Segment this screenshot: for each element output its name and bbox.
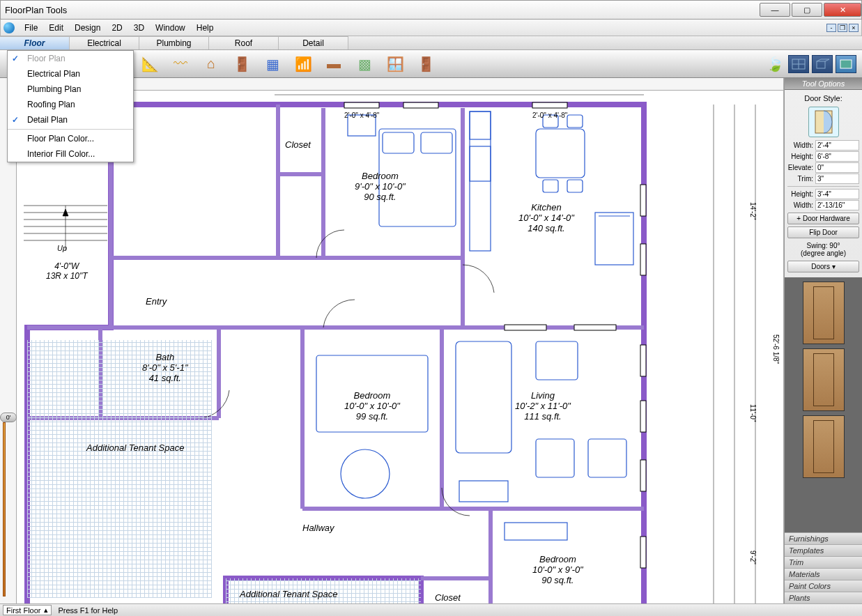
menu-file[interactable]: File (19, 23, 43, 33)
svg-rect-33 (640, 401, 646, 432)
svg-rect-61 (536, 341, 578, 380)
view-3d-icon[interactable] (812, 55, 833, 73)
wall-tool-icon[interactable]: 📐 (139, 54, 160, 75)
curtain-tool-icon[interactable]: 🪟 (385, 54, 406, 75)
tab-roof[interactable]: Roof (209, 36, 279, 49)
swing-label: Swing: 90°(degree angle) (787, 240, 859, 259)
svg-rect-32 (640, 345, 646, 376)
svg-rect-58 (595, 213, 633, 265)
tab-row: Floor Electrical Plumbing Roof Detail (0, 36, 862, 50)
mdi-close-icon[interactable]: × (849, 24, 859, 32)
svg-rect-52 (470, 146, 491, 181)
dim-win-top2: 2'-0" x 4'-8" (532, 111, 567, 119)
label-bedroom2: Bedroom10'-0" x 10'-0"99 sq.ft. (344, 390, 400, 422)
label-living: Living10'-2" x 11'-0"111 sq.ft. (515, 390, 571, 422)
menu-item-floor-plan-color[interactable]: Floor Plan Color... (8, 131, 133, 146)
app-icon (3, 22, 15, 33)
cat-paint-colors[interactable]: Paint Colors (785, 580, 862, 592)
window-title: FloorPlan Tools (5, 5, 67, 15)
label-entry: Entry (146, 296, 167, 307)
window-tool-icon[interactable]: ▦ (262, 54, 283, 75)
svg-rect-3 (817, 61, 825, 68)
flip-door-button[interactable]: Flip Door (787, 226, 859, 238)
prop-width[interactable]: 2'-4" (815, 140, 859, 151)
svg-rect-37 (574, 325, 616, 330)
label-closet2: Closet (435, 592, 461, 603)
menu-item-detail-plan[interactable]: ✓Detail Plan (8, 112, 133, 128)
door-style-preview[interactable] (808, 107, 839, 137)
statusbar: First Floor▴ Press F1 for Help (0, 603, 862, 616)
label-bedroom1: Bedroom9'-0" x 10'-0"90 sq.ft. (355, 171, 406, 202)
menu-help[interactable]: Help (191, 23, 220, 33)
svg-rect-35 (640, 537, 646, 568)
minimize-button[interactable]: — (760, 3, 790, 17)
svg-rect-48 (421, 132, 452, 153)
svg-rect-60 (456, 341, 511, 453)
prop-frame-w[interactable]: 2'-13/16" (815, 200, 859, 210)
menu-2d[interactable]: 2D (106, 23, 128, 33)
menu-item-electrical-plan[interactable]: Electrical Plan (8, 66, 133, 82)
cat-trim[interactable]: Trim (785, 556, 862, 568)
door-thumb[interactable] (803, 282, 845, 344)
door-thumbnails (785, 277, 862, 532)
curve-tool-icon[interactable]: 〰 (170, 54, 191, 75)
cat-furnishings[interactable]: Furnishings (785, 532, 862, 544)
dim-win-top1: 2'-0" x 4'-8" (344, 111, 379, 119)
menu-item-floor-plan[interactable]: ✓Floor Plan (8, 51, 133, 66)
door-thumb[interactable] (803, 415, 845, 478)
right-panel: Tool Options Door Style: Width:2'-4" Hei… (784, 78, 862, 603)
svg-rect-27 (344, 102, 379, 108)
door-tool-icon[interactable]: 🚪 (231, 54, 252, 75)
menu-item-roofing-plan[interactable]: Roofing Plan (8, 97, 133, 112)
view-render-icon[interactable] (836, 55, 856, 73)
floor-tool-icon[interactable]: ▩ (354, 54, 375, 75)
mdi-minimize-icon[interactable]: - (826, 24, 836, 32)
label-bath: Bath8'-0" x 5'-1"41 sq.ft. (142, 352, 188, 383)
cabinet-tool-icon[interactable]: 🚪 (415, 54, 436, 75)
cat-plants[interactable]: Plants (785, 592, 862, 603)
svg-rect-7 (840, 60, 852, 68)
tab-detail[interactable]: Detail (279, 36, 348, 49)
door-thumb[interactable] (803, 348, 845, 411)
svg-rect-62 (536, 439, 574, 477)
menu-design[interactable]: Design (69, 23, 106, 33)
label-bedroom3: Bedroom10'-0" x 9'-0"90 sq.ft. (532, 554, 583, 585)
svg-rect-30 (640, 185, 646, 216)
close-button[interactable]: ✕ (824, 3, 861, 17)
tab-floor[interactable]: Floor (0, 36, 70, 49)
doors-dropdown-button[interactable]: Doors ▾ (787, 261, 859, 272)
floor-dropdown-menu: ✓Floor Plan Electrical Plan Plumbing Pla… (7, 50, 134, 162)
svg-rect-36 (505, 325, 546, 330)
prop-height[interactable]: 6'-8" (815, 151, 859, 162)
label-stairs-spec: 4'-0"W 13R x 10"T (46, 261, 88, 281)
svg-rect-47 (383, 132, 414, 153)
dim-seg1: 14'-2" (749, 202, 757, 220)
stairs-tool-icon[interactable]: 📶 (293, 54, 314, 75)
menu-window[interactable]: Window (150, 23, 191, 33)
prop-elevate[interactable]: 0" (815, 162, 859, 173)
dim-seg2: 11'-0" (749, 404, 757, 422)
eco-icon[interactable]: 🍃 (764, 54, 785, 75)
maximize-button[interactable]: ▢ (792, 3, 822, 17)
mdi-restore-icon[interactable]: ❐ (838, 24, 847, 32)
prop-frame-h[interactable]: 3'-4" (815, 189, 859, 199)
cat-materials[interactable]: Materials (785, 568, 862, 580)
roof-tool-icon[interactable]: ⌂ (201, 54, 222, 75)
menu-edit[interactable]: Edit (43, 23, 69, 33)
floor-selector[interactable]: First Floor▴ (3, 605, 52, 615)
prop-trim[interactable]: 3" (815, 174, 859, 184)
door-hardware-button[interactable]: + Door Hardware (787, 213, 859, 224)
ruler-knob[interactable]: 0' (0, 413, 17, 422)
dim-overall-height: 52'-6 1/8" (772, 334, 780, 364)
menu-item-plumbing-plan[interactable]: Plumbing Plan (8, 82, 133, 97)
svg-rect-29 (532, 102, 567, 108)
menu-3d[interactable]: 3D (128, 23, 150, 33)
tab-plumbing[interactable]: Plumbing (139, 36, 209, 49)
deck-tool-icon[interactable]: ▬ (323, 54, 344, 75)
tab-electrical[interactable]: Electrical (70, 36, 139, 49)
svg-rect-31 (640, 244, 646, 275)
tool-options-header: Tool Options (785, 78, 862, 90)
view-plan-icon[interactable] (788, 55, 809, 73)
cat-templates[interactable]: Templates (785, 544, 862, 556)
menu-item-interior-fill-color[interactable]: Interior Fill Color... (8, 146, 133, 162)
